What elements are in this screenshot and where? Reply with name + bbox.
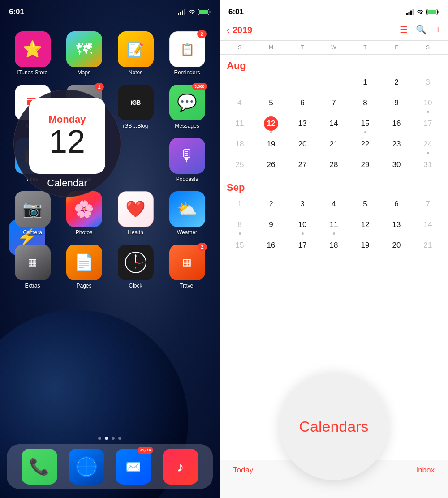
- cal-day[interactable]: 19: [255, 135, 287, 156]
- app-health[interactable]: ❤️ Health: [112, 191, 159, 236]
- cal-day[interactable]: 4: [224, 94, 255, 115]
- cal-day[interactable]: 8: [224, 216, 255, 236]
- cal-day[interactable]: 14: [318, 115, 349, 135]
- cal-add-icon[interactable]: +: [435, 24, 441, 36]
- cal-nav-left[interactable]: ‹ 2019: [227, 25, 252, 35]
- day-num: 7: [327, 96, 341, 110]
- dock-safari[interactable]: [69, 449, 104, 485]
- cal-day[interactable]: 23: [381, 135, 412, 156]
- cal-day[interactable]: 29: [349, 156, 381, 176]
- dock-music[interactable]: ♪: [163, 449, 198, 485]
- cal-day[interactable]: [287, 73, 318, 94]
- app-messages[interactable]: 💬 3,368 Messages: [164, 85, 211, 129]
- app-clock[interactable]: 12 6 9 3 Clock: [112, 245, 159, 289]
- app-igb[interactable]: iGB iGB…Blog: [112, 85, 159, 129]
- app-travel[interactable]: ▦ 2 Travel: [164, 245, 211, 289]
- cal-day[interactable]: 3: [412, 73, 444, 94]
- cal-day[interactable]: 13: [381, 216, 412, 236]
- sep-days: 1 2 3 4 5 6 7 8 9 10 11 12 13 14 15 16 1…: [220, 195, 448, 257]
- cal-day[interactable]: 31: [412, 156, 444, 176]
- day-dot: [239, 232, 241, 235]
- day-num: 21: [421, 238, 435, 253]
- cal-year[interactable]: 2019: [233, 25, 253, 35]
- cal-day[interactable]: 22: [349, 135, 381, 156]
- cal-day[interactable]: 7: [412, 195, 444, 216]
- cal-day[interactable]: 19: [349, 236, 381, 257]
- cal-day[interactable]: 10: [412, 94, 444, 115]
- cal-tab-today[interactable]: Today: [233, 466, 253, 475]
- cal-day[interactable]: 20: [287, 135, 318, 156]
- cal-day[interactable]: 11: [318, 216, 349, 236]
- cal-day[interactable]: [318, 73, 349, 94]
- cal-day[interactable]: 25: [224, 156, 255, 176]
- cal-day[interactable]: 1: [224, 195, 255, 216]
- cal-day[interactable]: 17: [412, 115, 444, 135]
- cal-back-chevron[interactable]: ‹: [227, 25, 230, 35]
- cal-day[interactable]: 13: [287, 115, 318, 135]
- cal-day[interactable]: 1: [349, 73, 381, 94]
- cal-day[interactable]: 17: [287, 236, 318, 257]
- day-num: 5: [264, 96, 278, 110]
- cal-day[interactable]: 15: [349, 115, 381, 135]
- cal-day[interactable]: 21: [318, 135, 349, 156]
- weekday-t1: T: [287, 43, 318, 52]
- dock-phone[interactable]: 📞: [22, 449, 57, 485]
- cal-day[interactable]: [255, 73, 287, 94]
- app-pages[interactable]: 📄 Pages: [60, 245, 108, 289]
- podcasts-label: Podcasts: [176, 176, 198, 182]
- cal-day[interactable]: 21: [412, 236, 444, 257]
- cal-day[interactable]: 18: [318, 236, 349, 257]
- app-maps[interactable]: 🗺 Maps: [60, 31, 108, 76]
- calendar-popup[interactable]: Monday 12 Calendar: [13, 90, 121, 197]
- cal-day[interactable]: 3: [287, 195, 318, 216]
- extras-icon: ▦: [15, 245, 51, 280]
- cal-day[interactable]: 6: [381, 195, 412, 216]
- app-notes[interactable]: 📝 Notes: [112, 31, 159, 76]
- calendars-popup[interactable]: Calendars: [280, 373, 388, 480]
- igb-icon: iGB: [118, 85, 154, 120]
- cal-day[interactable]: 16: [381, 115, 412, 135]
- pages-label: Pages: [76, 283, 91, 289]
- cal-day[interactable]: 10: [287, 216, 318, 236]
- cal-day[interactable]: 9: [381, 94, 412, 115]
- cal-day[interactable]: 26: [255, 156, 287, 176]
- dot-3: [112, 437, 115, 440]
- cal-day[interactable]: 12: [255, 115, 287, 135]
- cal-day[interactable]: 8: [349, 94, 381, 115]
- cal-day[interactable]: 14: [412, 216, 444, 236]
- cal-day[interactable]: 12: [349, 216, 381, 236]
- cal-list-icon[interactable]: ☰: [400, 24, 408, 36]
- cal-day[interactable]: [224, 73, 255, 94]
- app-photos[interactable]: 🌸 Photos: [60, 191, 108, 236]
- cal-day[interactable]: 4: [318, 195, 349, 216]
- app-podcasts[interactable]: 🎙 Podcasts: [164, 138, 211, 182]
- dock-mail[interactable]: ✉️ 45,419: [116, 449, 151, 485]
- calendars-popup-label[interactable]: Calendars: [299, 418, 369, 435]
- app-weather[interactable]: ⛅ Weather: [164, 191, 211, 236]
- app-reminders[interactable]: 📋 2 Reminders: [164, 31, 211, 76]
- cal-day[interactable]: 18: [224, 135, 255, 156]
- app-extras[interactable]: ▦ Extras: [9, 245, 56, 289]
- cal-day[interactable]: 7: [318, 94, 349, 115]
- cal-day[interactable]: 11: [224, 115, 255, 135]
- cal-day[interactable]: 2: [381, 73, 412, 94]
- cal-day[interactable]: 9: [255, 216, 287, 236]
- cal-day[interactable]: 2: [255, 195, 287, 216]
- cal-day[interactable]: 6: [287, 94, 318, 115]
- cal-day[interactable]: 30: [381, 156, 412, 176]
- cal-day[interactable]: 15: [224, 236, 255, 257]
- day-num: 9: [264, 218, 278, 232]
- cal-battery-icon: [426, 9, 439, 15]
- cal-day[interactable]: 5: [349, 195, 381, 216]
- cal-day[interactable]: 5: [255, 94, 287, 115]
- wifi-icon: [188, 9, 195, 15]
- cal-search-icon[interactable]: 🔍: [416, 24, 427, 36]
- cal-day[interactable]: 20: [381, 236, 412, 257]
- app-itunes[interactable]: ⭐ iTunes Store: [9, 31, 56, 76]
- app-camera[interactable]: 📷 Camera: [9, 191, 56, 236]
- cal-day[interactable]: 27: [287, 156, 318, 176]
- cal-tab-inbox[interactable]: Inbox: [416, 466, 435, 475]
- cal-day[interactable]: 16: [255, 236, 287, 257]
- cal-day[interactable]: 24: [412, 135, 444, 156]
- cal-day[interactable]: 28: [318, 156, 349, 176]
